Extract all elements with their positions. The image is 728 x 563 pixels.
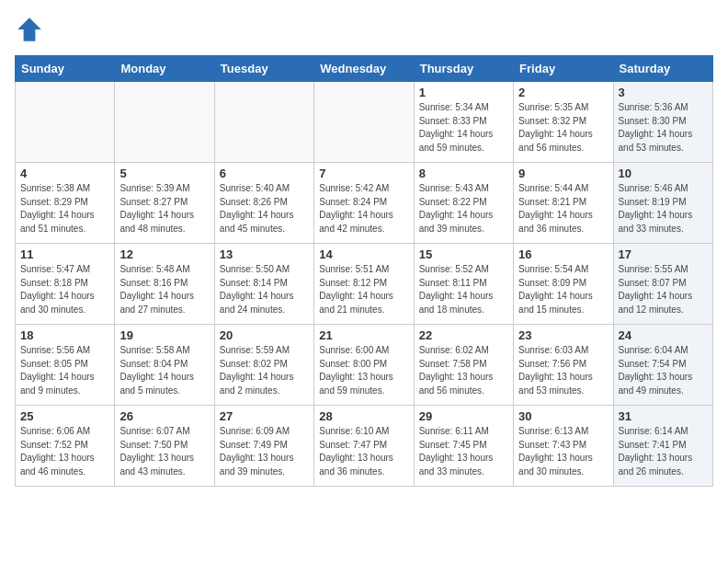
logo (15, 15, 48, 44)
calendar-cell: 26Sunrise: 6:07 AM Sunset: 7:50 PM Dayli… (115, 406, 214, 487)
calendar-cell: 20Sunrise: 5:59 AM Sunset: 8:02 PM Dayli… (214, 325, 313, 406)
header-cell-wednesday: Wednesday (314, 56, 414, 82)
calendar-cell: 11Sunrise: 5:47 AM Sunset: 8:18 PM Dayli… (16, 244, 115, 325)
day-number: 15 (419, 247, 508, 261)
calendar-cell: 9Sunrise: 5:44 AM Sunset: 8:21 PM Daylig… (514, 163, 613, 244)
calendar-cell: 23Sunrise: 6:03 AM Sunset: 7:56 PM Dayli… (514, 325, 613, 406)
week-row-5: 25Sunrise: 6:06 AM Sunset: 7:52 PM Dayli… (16, 406, 713, 487)
day-number: 10 (619, 167, 708, 180)
week-row-3: 11Sunrise: 5:47 AM Sunset: 8:18 PM Dayli… (16, 244, 713, 325)
day-info: Sunrise: 5:34 AM Sunset: 8:33 PM Dayligh… (419, 101, 508, 155)
day-info: Sunrise: 5:50 AM Sunset: 8:14 PM Dayligh… (220, 263, 309, 316)
day-info: Sunrise: 5:56 AM Sunset: 8:05 PM Dayligh… (20, 344, 109, 397)
calendar-cell: 8Sunrise: 5:43 AM Sunset: 8:22 PM Daylig… (414, 163, 513, 244)
calendar-cell: 4Sunrise: 5:38 AM Sunset: 8:29 PM Daylig… (16, 163, 115, 244)
day-number: 6 (220, 167, 309, 180)
day-number: 4 (20, 167, 109, 180)
day-info: Sunrise: 6:09 AM Sunset: 7:49 PM Dayligh… (220, 425, 309, 478)
calendar-cell: 16Sunrise: 5:54 AM Sunset: 8:09 PM Dayli… (514, 244, 613, 325)
calendar-cell: 21Sunrise: 6:00 AM Sunset: 8:00 PM Dayli… (314, 325, 414, 406)
day-info: Sunrise: 5:42 AM Sunset: 8:24 PM Dayligh… (319, 182, 408, 236)
day-number: 24 (619, 328, 708, 342)
day-info: Sunrise: 5:40 AM Sunset: 8:26 PM Dayligh… (220, 182, 309, 236)
calendar-cell (16, 82, 115, 163)
week-row-4: 18Sunrise: 5:56 AM Sunset: 8:05 PM Dayli… (16, 325, 713, 406)
calendar-cell: 14Sunrise: 5:51 AM Sunset: 8:12 PM Dayli… (314, 244, 414, 325)
day-info: Sunrise: 5:36 AM Sunset: 8:30 PM Dayligh… (619, 101, 708, 155)
calendar-cell (115, 82, 214, 163)
header-cell-thursday: Thursday (414, 56, 513, 82)
day-number: 7 (319, 167, 408, 180)
day-info: Sunrise: 6:11 AM Sunset: 7:45 PM Dayligh… (419, 425, 508, 478)
calendar-cell: 12Sunrise: 5:48 AM Sunset: 8:16 PM Dayli… (115, 244, 214, 325)
day-info: Sunrise: 6:02 AM Sunset: 7:58 PM Dayligh… (419, 344, 508, 397)
day-info: Sunrise: 5:51 AM Sunset: 8:12 PM Dayligh… (319, 263, 408, 316)
day-number: 18 (20, 328, 109, 342)
header-cell-saturday: Saturday (613, 56, 712, 82)
calendar-cell: 29Sunrise: 6:11 AM Sunset: 7:45 PM Dayli… (414, 406, 513, 487)
logo-icon (15, 15, 44, 44)
day-number: 23 (518, 328, 608, 342)
calendar-cell: 6Sunrise: 5:40 AM Sunset: 8:26 PM Daylig… (214, 163, 313, 244)
calendar-cell: 30Sunrise: 6:13 AM Sunset: 7:43 PM Dayli… (514, 406, 613, 487)
calendar-cell: 7Sunrise: 5:42 AM Sunset: 8:24 PM Daylig… (314, 163, 414, 244)
calendar-cell: 27Sunrise: 6:09 AM Sunset: 7:49 PM Dayli… (214, 406, 313, 487)
day-number: 2 (518, 86, 608, 99)
calendar-cell: 10Sunrise: 5:46 AM Sunset: 8:19 PM Dayli… (613, 163, 712, 244)
day-number: 29 (419, 409, 508, 423)
header-row: SundayMondayTuesdayWednesdayThursdayFrid… (16, 56, 713, 82)
day-number: 20 (220, 328, 309, 342)
svg-marker-0 (17, 17, 41, 41)
week-row-1: 1Sunrise: 5:34 AM Sunset: 8:33 PM Daylig… (16, 82, 713, 163)
day-info: Sunrise: 6:14 AM Sunset: 7:41 PM Dayligh… (619, 425, 708, 478)
day-number: 26 (119, 409, 209, 423)
day-number: 14 (319, 247, 408, 261)
day-info: Sunrise: 5:46 AM Sunset: 8:19 PM Dayligh… (619, 182, 708, 236)
calendar-cell: 19Sunrise: 5:58 AM Sunset: 8:04 PM Dayli… (115, 325, 214, 406)
day-number: 3 (619, 86, 708, 99)
day-number: 1 (419, 86, 508, 99)
calendar-cell: 5Sunrise: 5:39 AM Sunset: 8:27 PM Daylig… (115, 163, 214, 244)
day-info: Sunrise: 6:13 AM Sunset: 7:43 PM Dayligh… (518, 425, 608, 478)
calendar-cell: 22Sunrise: 6:02 AM Sunset: 7:58 PM Dayli… (414, 325, 513, 406)
day-info: Sunrise: 5:52 AM Sunset: 8:11 PM Dayligh… (419, 263, 508, 316)
header-cell-sunday: Sunday (16, 56, 115, 82)
day-info: Sunrise: 5:39 AM Sunset: 8:27 PM Dayligh… (119, 182, 209, 236)
day-number: 31 (619, 409, 708, 423)
day-info: Sunrise: 5:47 AM Sunset: 8:18 PM Dayligh… (20, 263, 109, 316)
day-number: 17 (619, 247, 708, 261)
calendar-cell: 15Sunrise: 5:52 AM Sunset: 8:11 PM Dayli… (414, 244, 513, 325)
day-info: Sunrise: 5:59 AM Sunset: 8:02 PM Dayligh… (220, 344, 309, 397)
day-info: Sunrise: 6:06 AM Sunset: 7:52 PM Dayligh… (20, 425, 109, 478)
day-info: Sunrise: 5:54 AM Sunset: 8:09 PM Dayligh… (518, 263, 608, 316)
day-info: Sunrise: 6:00 AM Sunset: 8:00 PM Dayligh… (319, 344, 408, 397)
day-info: Sunrise: 6:07 AM Sunset: 7:50 PM Dayligh… (119, 425, 209, 478)
day-number: 22 (419, 328, 508, 342)
calendar-cell: 1Sunrise: 5:34 AM Sunset: 8:33 PM Daylig… (414, 82, 513, 163)
calendar-cell (214, 82, 313, 163)
week-row-2: 4Sunrise: 5:38 AM Sunset: 8:29 PM Daylig… (16, 163, 713, 244)
calendar-cell: 28Sunrise: 6:10 AM Sunset: 7:47 PM Dayli… (314, 406, 414, 487)
calendar-cell (314, 82, 414, 163)
calendar-cell: 18Sunrise: 5:56 AM Sunset: 8:05 PM Dayli… (16, 325, 115, 406)
day-info: Sunrise: 5:43 AM Sunset: 8:22 PM Dayligh… (419, 182, 508, 236)
day-info: Sunrise: 6:10 AM Sunset: 7:47 PM Dayligh… (319, 425, 408, 478)
day-number: 11 (20, 247, 109, 261)
day-number: 12 (119, 247, 209, 261)
day-number: 13 (220, 247, 309, 261)
day-info: Sunrise: 5:38 AM Sunset: 8:29 PM Dayligh… (20, 182, 109, 236)
calendar-cell: 24Sunrise: 6:04 AM Sunset: 7:54 PM Dayli… (613, 325, 712, 406)
day-info: Sunrise: 5:48 AM Sunset: 8:16 PM Dayligh… (119, 263, 209, 316)
calendar-cell: 31Sunrise: 6:14 AM Sunset: 7:41 PM Dayli… (613, 406, 712, 487)
day-number: 28 (319, 409, 408, 423)
day-number: 30 (518, 409, 608, 423)
header-cell-tuesday: Tuesday (214, 56, 313, 82)
calendar-cell: 2Sunrise: 5:35 AM Sunset: 8:32 PM Daylig… (514, 82, 613, 163)
page-header (15, 15, 713, 44)
calendar-table: SundayMondayTuesdayWednesdayThursdayFrid… (15, 55, 713, 487)
day-info: Sunrise: 5:44 AM Sunset: 8:21 PM Dayligh… (518, 182, 608, 236)
day-number: 8 (419, 167, 508, 180)
calendar-cell: 3Sunrise: 5:36 AM Sunset: 8:30 PM Daylig… (613, 82, 712, 163)
day-number: 19 (119, 328, 209, 342)
day-number: 5 (119, 167, 209, 180)
